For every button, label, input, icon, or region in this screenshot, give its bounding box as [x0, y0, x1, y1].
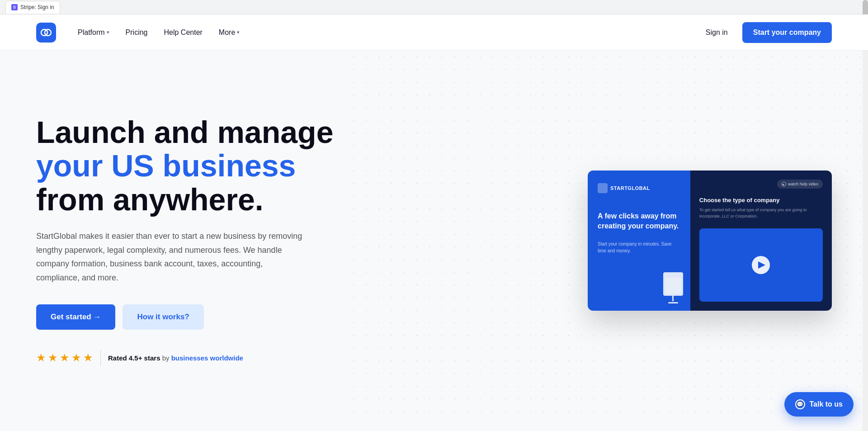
browser-tab-bar: S Stripe: Sign in: [0, 0, 868, 14]
get-started-button[interactable]: Get started →: [36, 304, 115, 330]
platform-chevron-icon: ▾: [107, 29, 109, 35]
video-play-button[interactable]: [752, 256, 770, 274]
start-company-button[interactable]: Start your company: [742, 22, 832, 43]
rating-section: ★ ★ ★ ★ ★ Rated 4.5+ stars by businesses…: [36, 350, 375, 366]
nav-item-more[interactable]: More ▾: [212, 25, 247, 40]
navbar: Platform ▾ Pricing Help Center More ▾ Si…: [0, 14, 868, 51]
how-it-works-button[interactable]: How it works?: [123, 304, 203, 330]
star-2: ★: [48, 351, 58, 364]
play-icon: ▶: [782, 182, 786, 186]
preview-logo-bar: STARTGLOBAL: [598, 183, 680, 193]
more-chevron-icon: ▾: [237, 29, 240, 35]
preview-left-panel: STARTGLOBAL A few clicks away from creat…: [588, 171, 690, 311]
nav-links: Platform ▾ Pricing Help Center More ▾: [71, 25, 698, 40]
preview-subtext: Start your company in minutes. Save time…: [598, 241, 680, 254]
app-preview-card: STARTGLOBAL A few clicks away from creat…: [588, 171, 832, 311]
star-5: ★: [83, 351, 93, 364]
preview-section-title: Choose the type of company: [699, 197, 823, 204]
chat-icon: 💬: [795, 399, 805, 409]
nav-item-pricing[interactable]: Pricing: [118, 25, 155, 40]
talk-to-us-button[interactable]: 💬 Talk to us: [784, 392, 854, 417]
play-triangle-icon: [758, 261, 765, 269]
preview-logo-text: STARTGLOBAL: [610, 185, 650, 191]
nav-right: Sign in Start your company: [698, 22, 832, 43]
star-1: ★: [36, 351, 46, 364]
stand-icon: [672, 296, 674, 301]
preview-logo-icon: [598, 183, 608, 193]
talk-to-us-label: Talk to us: [810, 400, 843, 408]
brand-logo[interactable]: [36, 23, 56, 43]
sign-in-button[interactable]: Sign in: [698, 25, 735, 40]
scrollbar-track[interactable]: [863, 0, 868, 422]
hero-subtitle: StartGlobal makes it easier than ever to…: [36, 229, 307, 284]
screen-icon: [663, 272, 683, 296]
preview-video-thumbnail[interactable]: [699, 228, 823, 302]
tab-title: Stripe: Sign in: [20, 4, 54, 10]
rating-text: Rated 4.5+ stars by businesses worldwide: [108, 354, 243, 362]
browser-tab[interactable]: S Stripe: Sign in: [5, 1, 60, 14]
nav-item-platform[interactable]: Platform ▾: [71, 25, 117, 40]
hero-preview: STARTGLOBAL A few clicks away from creat…: [375, 171, 832, 311]
preview-right-panel: ▶ watch help video Choose the type of co…: [690, 171, 832, 311]
star-4: ★: [71, 351, 81, 364]
hero-title-blue: your US business: [36, 148, 296, 183]
preview-top-bar: ▶ watch help video: [699, 180, 823, 189]
preview-section-desc: To get started tell us what type of comp…: [699, 207, 823, 219]
star-rating: ★ ★ ★ ★ ★: [36, 351, 93, 364]
preview-headline: A few clicks away from creating your com…: [598, 211, 680, 232]
nav-item-help-center[interactable]: Help Center: [156, 25, 209, 40]
hero-title: Launch and manage your US business from …: [36, 115, 375, 217]
rating-divider: [100, 350, 101, 366]
hero-buttons: Get started → How it works?: [36, 304, 375, 330]
tab-favicon: S: [11, 4, 18, 10]
hero-section: Launch and manage your US business from …: [0, 51, 868, 422]
watch-help-video-button[interactable]: ▶ watch help video: [777, 180, 823, 189]
preview-illustration: [663, 272, 683, 303]
base-icon: [668, 302, 678, 303]
star-3: ★: [60, 351, 70, 364]
hero-content: Launch and manage your US business from …: [36, 115, 375, 366]
